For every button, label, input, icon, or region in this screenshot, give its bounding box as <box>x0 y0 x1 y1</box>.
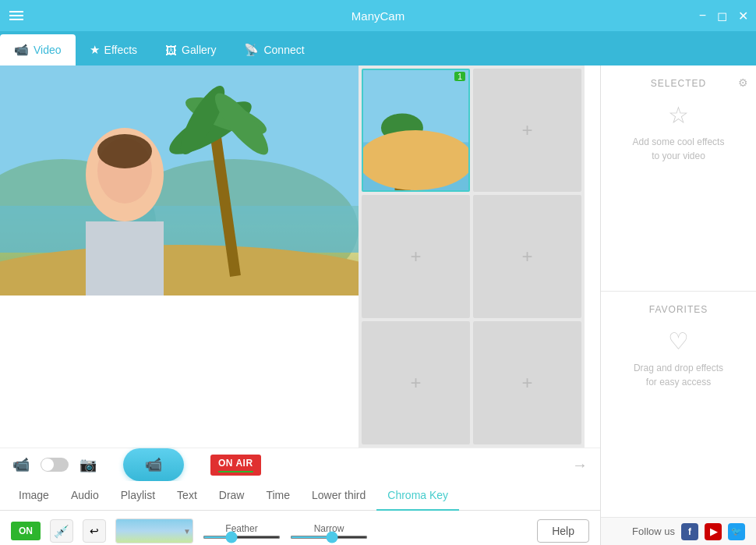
twitter-icon[interactable]: 🐦 <box>728 523 745 540</box>
selected-empty-icon: ☆ <box>668 101 689 129</box>
video-cell-5[interactable]: + <box>362 321 470 444</box>
narrow-slider[interactable] <box>290 536 368 539</box>
tab-chroma-key[interactable]: Chroma Key <box>376 481 459 511</box>
next-arrow-button[interactable]: → <box>572 456 588 474</box>
tab-effects-label: Effects <box>104 44 138 56</box>
on-air-badge: ON AIR <box>210 455 261 476</box>
facebook-icon[interactable]: f <box>681 523 698 540</box>
app-title: ManyCam <box>352 9 404 23</box>
chroma-key-panel: ON 💉 ↩ ▼ Feather Narrow Help <box>0 511 600 545</box>
tab-playlist[interactable]: Playlist <box>110 481 166 511</box>
add-source-icon-5: + <box>410 372 421 394</box>
tab-draw[interactable]: Draw <box>208 481 256 511</box>
selected-section: SELECTED ⚙ ☆ Add some cool effectsto you… <box>601 65 756 291</box>
video-thumb-1 <box>363 70 468 190</box>
video-cell-2[interactable]: + <box>473 69 581 192</box>
svg-rect-11 <box>86 221 164 296</box>
tab-bar: 📹 Video ★ Effects 🖼 Gallery 📡 Connect <box>0 31 756 65</box>
video-area: 1 + + + + + <box>0 65 600 448</box>
svg-point-13 <box>97 134 152 168</box>
controls-bar: 📹 📷 📹 ON AIR → <box>0 448 600 481</box>
follow-bar: Follow us f ▶ 🐦 <box>601 517 756 545</box>
tab-time[interactable]: Time <box>255 481 301 511</box>
beach-scene <box>0 65 359 296</box>
eyedropper-icon: 💉 <box>54 524 69 539</box>
tab-gallery[interactable]: 🖼 Gallery <box>151 34 230 65</box>
narrow-slider-group: Narrow <box>290 523 368 539</box>
menu-icon[interactable] <box>9 11 23 20</box>
dropdown-chevron-icon: ▼ <box>183 527 191 536</box>
effects-tab-icon: ★ <box>90 43 100 57</box>
record-cam-icon: 📹 <box>145 456 162 473</box>
main-content: 1 + + + + + <box>0 65 756 545</box>
maximize-button[interactable]: ◻ <box>717 9 727 23</box>
help-button[interactable]: Help <box>537 519 589 543</box>
video-grid: 1 + + + + + <box>359 65 585 448</box>
tab-gallery-label: Gallery <box>182 44 216 56</box>
minimize-button[interactable]: − <box>699 9 706 23</box>
favorites-empty-text: Drag and drop effectsfor easy access <box>634 361 723 389</box>
tab-lower-third[interactable]: Lower third <box>301 481 376 511</box>
tab-video-label: Video <box>34 44 62 56</box>
tab-connect-label: Connect <box>263 44 304 56</box>
window-controls: − ◻ ✕ <box>699 9 748 23</box>
svg-point-18 <box>363 130 468 190</box>
left-panel: 1 + + + + + <box>0 65 600 545</box>
bg-preview-image <box>116 519 193 543</box>
right-panel: SELECTED ⚙ ☆ Add some cool effectsto you… <box>600 65 756 545</box>
video-cell-6[interactable]: + <box>473 321 581 444</box>
undo-button[interactable]: ↩ <box>83 519 106 543</box>
add-source-icon-3: + <box>410 246 421 267</box>
follow-label: Follow us <box>632 526 675 537</box>
favorites-empty-icon: ♡ <box>668 327 689 355</box>
video-cell-3[interactable]: + <box>362 195 470 318</box>
video-cell-num-1: 1 <box>454 72 465 81</box>
video-tab-icon: 📹 <box>14 43 29 57</box>
webcam-icon: 📹 <box>12 456 30 473</box>
selected-title: SELECTED <box>609 78 748 89</box>
feather-slider-group: Feather <box>203 523 281 539</box>
svg-point-4 <box>0 245 359 296</box>
add-source-icon-2: + <box>521 119 532 141</box>
tab-connect[interactable]: 📡 Connect <box>230 34 318 65</box>
thumb-scene <box>363 70 468 190</box>
youtube-icon[interactable]: ▶ <box>705 523 722 540</box>
video-cell-4[interactable]: + <box>473 195 581 318</box>
connect-tab-icon: 📡 <box>244 43 259 57</box>
favorites-section: FAVORITES ♡ Drag and drop effectsfor eas… <box>601 292 756 517</box>
feather-slider[interactable] <box>203 536 281 539</box>
eyedropper-button[interactable]: 💉 <box>50 519 73 543</box>
undo-icon: ↩ <box>90 525 99 537</box>
chroma-on-button[interactable]: ON <box>11 522 41 540</box>
video-cell-1[interactable]: 1 <box>362 69 470 192</box>
tab-text[interactable]: Text <box>166 481 208 511</box>
close-button[interactable]: ✕ <box>738 9 748 23</box>
effects-tab-bar: Image Audio Playlist Text Draw Time Lowe… <box>0 481 600 511</box>
background-preview[interactable]: ▼ <box>115 518 193 543</box>
add-source-icon-4: + <box>521 246 532 267</box>
selected-empty-text: Add some cool effectsto your video <box>633 135 725 163</box>
record-button[interactable]: 📹 <box>123 448 184 481</box>
title-bar: ManyCam − ◻ ✕ <box>0 0 756 31</box>
tab-video[interactable]: 📹 Video <box>0 34 76 65</box>
camera-icon[interactable]: 📷 <box>79 456 97 473</box>
tab-effects[interactable]: ★ Effects <box>76 34 152 65</box>
adjust-icon[interactable]: ⚙ <box>738 76 748 89</box>
main-video-preview[interactable] <box>0 65 359 296</box>
favorites-title: FAVORITES <box>609 304 748 315</box>
gallery-tab-icon: 🖼 <box>165 44 177 57</box>
toggle-switch[interactable] <box>41 458 69 472</box>
tab-image[interactable]: Image <box>8 481 60 511</box>
add-source-icon-6: + <box>521 372 532 394</box>
tab-audio[interactable]: Audio <box>60 481 110 511</box>
